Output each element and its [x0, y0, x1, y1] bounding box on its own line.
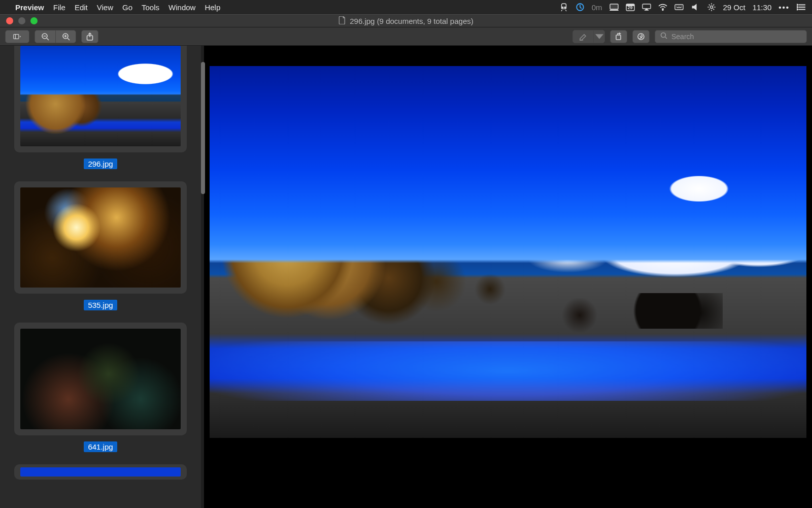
zoom-segment [35, 30, 76, 43]
menubar-app-name[interactable]: Preview [15, 3, 44, 12]
image-canvas[interactable] [204, 46, 812, 508]
thumbnail-image [20, 46, 181, 146]
share-button[interactable] [81, 30, 98, 43]
window-title-text: 296.jpg (9 documents, 9 total pages) [350, 17, 473, 25]
status-train-icon[interactable] [559, 3, 568, 12]
svg-point-2 [564, 7, 565, 8]
window-close-button[interactable] [6, 17, 13, 24]
thumbnail-label[interactable]: 641.jpg [84, 441, 117, 452]
status-extra-icon[interactable] [707, 3, 716, 12]
thumbnail-item[interactable] [14, 181, 187, 294]
menu-tools[interactable]: Tools [142, 3, 159, 12]
status-dots-icon[interactable]: ••• [779, 3, 790, 12]
window-title: 296.jpg (9 documents, 9 total pages) [339, 16, 473, 26]
thumbnail-label[interactable]: 535.jpg [84, 300, 117, 310]
status-calendar-icon[interactable]: 29 [626, 3, 635, 12]
window-titlebar[interactable]: 296.jpg (9 documents, 9 total pages) [0, 14, 812, 27]
status-volume-icon[interactable] [691, 3, 700, 12]
macos-menubar: Preview File Edit View Go Tools Window H… [0, 0, 812, 14]
markup-button[interactable] [632, 30, 650, 43]
highlight-button[interactable] [573, 30, 593, 43]
toolbar-search[interactable] [655, 30, 807, 43]
svg-point-11 [710, 6, 713, 8]
document-icon [339, 16, 346, 26]
window-zoom-button[interactable] [30, 17, 38, 24]
svg-rect-10 [675, 5, 683, 10]
svg-rect-19 [616, 35, 621, 40]
svg-rect-15 [14, 34, 19, 39]
highlight-segment [572, 30, 605, 43]
search-input[interactable] [671, 33, 801, 41]
window-minimize-button[interactable] [18, 17, 25, 24]
thumbnail-item[interactable] [14, 464, 187, 480]
svg-point-21 [661, 33, 666, 37]
thumbnail-item[interactable] [14, 323, 187, 435]
status-wifi-icon[interactable] [658, 3, 667, 12]
svg-point-9 [662, 10, 663, 11]
highlight-menu-button[interactable] [593, 30, 604, 43]
sidebar-view-button[interactable] [5, 30, 29, 43]
status-keyboard-icon[interactable] [674, 3, 684, 12]
menu-help[interactable]: Help [205, 3, 220, 12]
preview-window: 296.jpg (9 documents, 9 total pages) [0, 14, 812, 508]
window-body: 296.jpg 535.jpg 641.jpg [0, 46, 812, 508]
svg-point-14 [797, 9, 798, 10]
window-traffic-lights [0, 17, 38, 24]
menu-edit[interactable]: Edit [75, 3, 88, 12]
status-timer[interactable]: 0m [592, 3, 602, 12]
menu-file[interactable]: File [53, 3, 65, 12]
thumbnail-sidebar[interactable]: 296.jpg 535.jpg 641.jpg [0, 46, 204, 508]
menu-window[interactable]: Window [168, 3, 195, 12]
svg-point-1 [562, 7, 563, 8]
status-list-icon[interactable] [797, 3, 806, 12]
zoom-in-button[interactable] [55, 30, 76, 43]
search-icon [660, 32, 667, 41]
svg-rect-8 [642, 4, 651, 9]
main-image [210, 66, 806, 438]
svg-point-12 [797, 4, 798, 5]
thumbnail-label[interactable]: 296.jpg [84, 158, 117, 169]
status-date[interactable]: 29 Oct [723, 3, 746, 12]
toolbar [0, 27, 812, 46]
status-time[interactable]: 11:30 [753, 3, 772, 12]
zoom-out-button[interactable] [35, 30, 55, 43]
status-calendar-day: 29 [626, 5, 635, 10]
menu-view[interactable]: View [97, 3, 113, 12]
thumbnail-image [20, 329, 181, 429]
rotate-button[interactable] [610, 30, 627, 43]
status-airplay-icon[interactable] [642, 3, 651, 12]
menubar-right: 0m 29 29 Oct 11:30 ••• [559, 3, 806, 12]
status-sync-icon[interactable] [576, 3, 585, 12]
thumbnail-image [20, 467, 181, 477]
svg-rect-5 [610, 4, 618, 9]
status-display-icon[interactable] [610, 3, 619, 12]
sidebar-scrollbar-thumb[interactable] [201, 62, 205, 194]
menubar-left: Preview File Edit View Go Tools Window H… [6, 2, 220, 12]
thumbnail-item[interactable] [14, 46, 187, 152]
menu-go[interactable]: Go [122, 3, 132, 12]
svg-point-13 [797, 7, 798, 8]
thumbnail-image [20, 187, 181, 288]
